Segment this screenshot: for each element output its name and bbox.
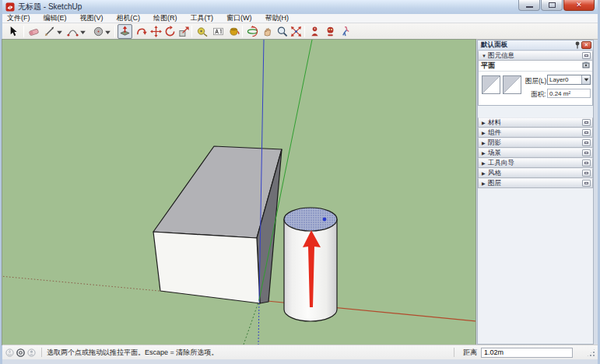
menu-window[interactable]: 窗口(W) [226,13,252,23]
menu-draw[interactable]: 绘图(R) [153,13,177,23]
layer-value: Layer0 [548,76,581,83]
rotate-icon [164,26,176,37]
circle-shape-icon [93,26,104,37]
dimension-icon [212,26,224,37]
window-title: 无标题 - SketchUp [18,2,82,12]
line-tool-button[interactable] [42,24,57,39]
pan-hand-icon [261,26,273,37]
close-button[interactable]: ✕ [563,0,595,11]
tape-measure-tool-button[interactable] [195,24,209,39]
tray-header[interactable]: 默认面板 ✕ [478,40,593,51]
position-camera-tool-button[interactable] [307,24,322,39]
select-icon [7,26,19,37]
area-label: 面积: [531,90,546,100]
section-options-icon[interactable] [582,129,591,136]
pan-tool-button[interactable] [260,24,275,39]
cylinder-top-face[interactable] [284,208,337,231]
section-label: 图层 [488,179,501,188]
tray-empty-area [478,188,593,344]
dimension-tool-button[interactable] [211,24,226,39]
follow-me-icon [135,26,147,37]
toolbar-separator [304,26,305,37]
arc-tool-button[interactable] [65,24,80,39]
arc-tool-dropdown[interactable] [79,28,86,36]
viewport-canvas[interactable] [2,40,475,345]
section-scenes[interactable]: ▶ 场景 [478,148,593,158]
section-label: 工具向导 [488,159,514,168]
tape-measure-icon [196,26,208,37]
section-options-icon[interactable] [582,159,591,166]
shapes-tool-dropdown[interactable] [104,28,111,36]
section-options-icon[interactable] [582,119,591,126]
zoom-tool-button[interactable] [275,24,289,39]
axis-green-dashed [244,300,259,345]
credits-icon[interactable] [16,348,25,357]
section-materials[interactable]: ▶ 材料 [478,117,593,128]
chevron-down-icon [105,30,111,34]
look-around-tool-button[interactable] [323,24,338,39]
scale-tool-button[interactable] [177,24,191,39]
maximize-button[interactable] [541,0,563,11]
section-label: 阴影 [488,138,501,148]
section-options-icon[interactable] [582,139,591,146]
entity-info-body: 平面 图层(L): Layer0 [478,61,593,106]
section-components[interactable]: ▶ 组件 [478,128,593,138]
menu-help[interactable]: 帮助(H) [265,13,289,23]
walk-tool-button[interactable] [339,24,353,39]
section-entity-info[interactable]: ▼ 图元信息 [478,51,593,61]
section-styles[interactable]: ▶ 风格 [478,168,593,178]
menu-file[interactable]: 文件(F) [7,13,30,23]
follow-me-tool-button[interactable] [134,24,149,39]
look-around-icon [325,26,336,37]
section-options-icon[interactable] [582,170,591,177]
section-shadows[interactable]: ▶ 阴影 [478,138,593,148]
minimize-button[interactable] [518,0,540,11]
walk-icon [340,26,352,37]
move-tool-button[interactable] [149,24,163,39]
zoom-extents-tool-button[interactable] [289,24,304,39]
axis-blue-dashed [258,300,259,345]
line-tool-dropdown[interactable] [56,28,63,36]
eraser-icon [28,26,40,37]
front-material-swatch[interactable] [482,75,500,94]
viewport[interactable] [2,40,475,345]
status-message: 选取两个点或拖动以推拉平面。Escape = 清除所选项。 [47,348,218,358]
chevron-down-icon [80,30,86,34]
zoom-extents-icon [290,26,302,37]
section-layers[interactable]: ▶ 图层 [478,178,593,188]
measurement-label: 距离 [463,348,477,358]
menu-edit[interactable]: 编辑(E) [44,13,67,23]
section-instructor[interactable]: ▶ 工具向导 [478,158,593,168]
back-material-swatch[interactable] [503,75,521,94]
title-bar: 无标题 - SketchUp ✕ [2,0,598,14]
menu-camera[interactable]: 相机(C) [117,13,141,23]
section-options-icon[interactable] [582,149,591,156]
window-bottom-edge [2,359,598,364]
eraser-tool-button[interactable] [26,24,41,39]
orbit-tool-button[interactable] [245,24,260,39]
toolbar-separator [114,26,115,37]
dropdown-arrow-icon[interactable] [581,75,590,84]
details-icon[interactable] [582,61,590,71]
sign-in-icon[interactable] [27,348,36,357]
tray-close-button[interactable]: ✕ [581,41,591,49]
pin-icon[interactable] [573,41,581,49]
chevron-down-icon [57,30,62,34]
menu-tools[interactable]: 工具(T) [191,13,214,23]
entity-info-options-icon[interactable] [582,52,591,59]
box-front-face[interactable] [153,232,260,303]
minimize-icon [526,5,533,8]
measurement-input[interactable] [481,348,573,358]
select-tool-button[interactable] [5,24,20,39]
rotate-tool-button[interactable] [163,24,177,39]
menu-bar: 文件(F) 编辑(E) 视图(V) 相机(C) 绘图(R) 工具(T) 窗口(W… [2,14,598,23]
chevron-collapsed-icon: ▶ [482,170,488,176]
geolocation-icon[interactable] [5,348,14,357]
menu-view[interactable]: 视图(V) [80,13,104,23]
section-label: 图元信息 [488,51,514,61]
layer-dropdown[interactable]: Layer0 [547,75,591,85]
default-tray-panel: 默认面板 ✕ ▼ 图元信息 平面 [477,40,594,345]
section-options-icon[interactable] [582,180,591,187]
paint-bucket-tool-button[interactable] [226,24,241,39]
push-pull-tool-button[interactable] [118,24,132,39]
